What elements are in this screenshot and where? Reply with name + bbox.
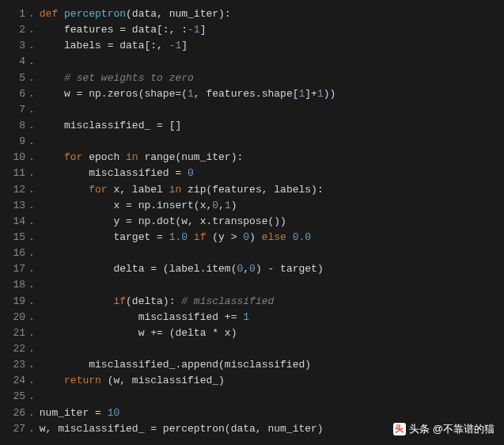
line-number: 18 <box>6 277 28 293</box>
line-number: 3 <box>6 38 28 54</box>
line-dot: . <box>28 134 40 150</box>
code-content <box>40 54 46 70</box>
code-line: 21. w += (delta * x) <box>6 325 504 341</box>
code-content: w += (delta * x) <box>40 325 237 341</box>
line-number: 27 <box>6 421 28 437</box>
line-number: 8 <box>6 118 28 134</box>
line-number: 21 <box>6 325 28 341</box>
code-content: for epoch in range(num_iter): <box>40 150 243 165</box>
code-content: for x, label in zip(features, labels): <box>40 182 324 198</box>
code-content: w, misclassified_ = perceptron(data, num… <box>40 421 324 437</box>
line-dot: . <box>28 150 40 165</box>
code-line: 15. target = 1.0 if (y > 0) else 0.0 <box>6 230 504 245</box>
code-line: 10. for epoch in range(num_iter): <box>6 150 504 165</box>
code-line: 7. <box>6 102 504 118</box>
line-number: 22 <box>6 341 28 357</box>
line-number: 14 <box>6 214 28 230</box>
line-number: 20 <box>6 310 28 325</box>
code-line: 9. <box>6 134 504 150</box>
code-content: num_iter = 10 <box>40 405 119 421</box>
code-content <box>40 102 46 118</box>
line-dot: . <box>28 230 40 245</box>
code-content: labels = data[:, -1] <box>40 38 188 54</box>
code-line: 4. <box>6 54 504 70</box>
code-content <box>40 245 46 261</box>
code-content: target = 1.0 if (y > 0) else 0.0 <box>40 230 311 245</box>
line-number: 12 <box>6 182 28 198</box>
code-line: 5. # set weights to zero <box>6 70 504 86</box>
line-dot: . <box>28 118 40 134</box>
code-content: misclassified_ = [] <box>40 118 181 134</box>
line-number: 24 <box>6 373 28 389</box>
line-number: 7 <box>6 102 28 118</box>
line-number: 5 <box>6 70 28 86</box>
code-content: x = np.insert(x,0,1) <box>40 198 237 214</box>
watermark-label: 头条 <box>409 421 430 437</box>
line-number: 25 <box>6 389 28 405</box>
code-line: 1.def perceptron(data, num_iter): <box>6 6 504 22</box>
code-line: 22. <box>6 341 504 357</box>
watermark: 头 头条 @不靠谱的猫 <box>393 421 495 437</box>
code-line: 23. misclassified_.append(misclassified) <box>6 357 504 373</box>
line-dot: . <box>28 341 40 357</box>
line-number: 23 <box>6 357 28 373</box>
line-dot: . <box>28 214 40 230</box>
code-content: w = np.zeros(shape=(1, features.shape[1]… <box>40 86 336 102</box>
line-number: 26 <box>6 405 28 421</box>
code-content <box>40 134 46 150</box>
watermark-handle: @不靠谱的猫 <box>433 421 495 437</box>
line-dot: . <box>28 405 40 421</box>
code-content <box>40 341 46 357</box>
code-block: 1.def perceptron(data, num_iter):2. feat… <box>0 6 504 437</box>
line-dot: . <box>28 182 40 198</box>
line-number: 1 <box>6 6 28 22</box>
code-line: 11. misclassified = 0 <box>6 165 504 181</box>
line-number: 4 <box>6 54 28 70</box>
line-dot: . <box>28 421 40 437</box>
code-line: 24. return (w, misclassified_) <box>6 373 504 389</box>
code-line: 18. <box>6 277 504 293</box>
line-number: 17 <box>6 261 28 277</box>
code-line: 8. misclassified_ = [] <box>6 118 504 134</box>
code-line: 26.num_iter = 10 <box>6 405 504 421</box>
code-content: # set weights to zero <box>40 70 194 86</box>
line-dot: . <box>28 86 40 102</box>
line-number: 19 <box>6 294 28 310</box>
code-content <box>40 389 46 405</box>
line-number: 10 <box>6 150 28 165</box>
line-number: 16 <box>6 245 28 261</box>
line-number: 15 <box>6 230 28 245</box>
line-dot: . <box>28 277 40 293</box>
line-dot: . <box>28 38 40 54</box>
code-content: return (w, misclassified_) <box>40 373 225 389</box>
line-dot: . <box>28 22 40 38</box>
line-dot: . <box>28 325 40 341</box>
code-line: 20. misclassified += 1 <box>6 310 504 325</box>
line-number: 11 <box>6 165 28 181</box>
code-content <box>40 277 46 293</box>
code-line: 17. delta = (label.item(0,0) - target) <box>6 261 504 277</box>
line-dot: . <box>28 261 40 277</box>
line-number: 9 <box>6 134 28 150</box>
code-content: misclassified += 1 <box>40 310 249 325</box>
code-content: misclassified = 0 <box>40 165 194 181</box>
line-dot: . <box>28 198 40 214</box>
code-content: delta = (label.item(0,0) - target) <box>40 261 324 277</box>
code-line: 13. x = np.insert(x,0,1) <box>6 198 504 214</box>
line-dot: . <box>28 70 40 86</box>
code-content: def perceptron(data, num_iter): <box>40 6 231 22</box>
watermark-logo-icon: 头 <box>393 423 406 435</box>
code-content: if(delta): # misclassified <box>40 294 274 310</box>
line-dot: . <box>28 165 40 181</box>
line-number: 2 <box>6 22 28 38</box>
line-dot: . <box>28 294 40 310</box>
line-number: 6 <box>6 86 28 102</box>
code-line: 16. <box>6 245 504 261</box>
code-content: y = np.dot(w, x.transpose()) <box>40 214 286 230</box>
line-number: 13 <box>6 198 28 214</box>
code-line: 14. y = np.dot(w, x.transpose()) <box>6 214 504 230</box>
line-dot: . <box>28 389 40 405</box>
code-line: 6. w = np.zeros(shape=(1, features.shape… <box>6 86 504 102</box>
line-dot: . <box>28 245 40 261</box>
code-content: features = data[:, :-1] <box>40 22 207 38</box>
